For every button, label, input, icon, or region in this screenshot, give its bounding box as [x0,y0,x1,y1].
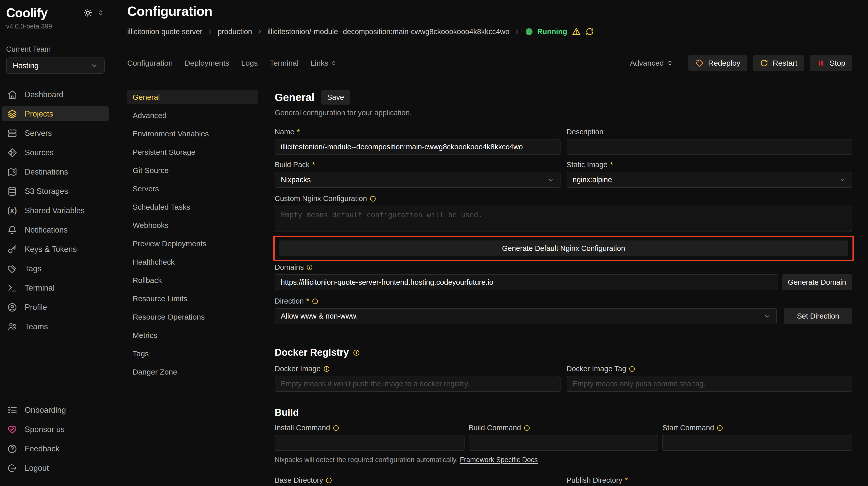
main-content: Configuration illicitonion quote server … [111,0,868,486]
chevron-right-icon [514,29,520,35]
sidebar-item-destinations[interactable]: Destinations [2,164,109,180]
sidebar-item-logout[interactable]: Logout [2,460,109,476]
sidebar-item-label: Onboarding [25,406,66,415]
sidebar-item-sponsor[interactable]: Sponsor us [2,422,109,437]
sidebar-item-onboarding[interactable]: Onboarding [2,402,109,418]
nginx-config-textarea[interactable] [275,205,852,232]
subnav-resource-operations[interactable]: Resource Operations [127,310,258,324]
subnav-metrics[interactable]: Metrics [127,328,258,342]
subnav-servers[interactable]: Servers [127,182,258,196]
stop-button[interactable]: Stop [810,55,852,71]
save-button[interactable]: Save [321,90,350,105]
install-command-field: Install Command [275,424,465,451]
layout-switcher-icon[interactable] [97,9,104,17]
tab-deployments[interactable]: Deployments [185,59,229,67]
subnav-rollback[interactable]: Rollback [127,273,258,287]
sidebar-item-sources[interactable]: Sources [2,145,109,160]
subnav-healthcheck[interactable]: Healthcheck [127,255,258,269]
user-circle-icon [7,302,18,313]
team-select[interactable]: Hosting [6,58,104,74]
breadcrumb-project[interactable]: illicitonion quote server [127,28,203,36]
warning-icon[interactable] [572,27,581,36]
sidebar-item-label: Teams [25,322,48,331]
description-input[interactable] [567,139,852,155]
general-subtitle: General configuration for your applicati… [275,109,852,117]
set-direction-button[interactable]: Set Direction [784,308,852,324]
direction-label: Direction [275,297,304,305]
subnav-git-source[interactable]: Git Source [127,163,258,177]
subnav-persistent-storage[interactable]: Persistent Storage [127,145,258,159]
sidebar-item-shared-variables[interactable]: (x) Shared Variables [2,203,109,218]
sidebar-item-terminal[interactable]: Terminal [2,281,109,295]
restart-button[interactable]: Restart [753,55,804,71]
subnav-danger-zone[interactable]: Danger Zone [127,365,258,379]
subnav-scheduled-tasks[interactable]: Scheduled Tasks [127,200,258,214]
subnav-advanced[interactable]: Advanced [127,108,258,122]
build-command-label: Build Command [469,424,521,432]
info-icon [323,366,330,372]
direction-select[interactable]: Allow www & non-www. [275,308,777,324]
subnav-tags[interactable]: Tags [127,347,258,361]
users-icon [7,321,18,332]
sidebar-item-s3-storages[interactable]: S3 Storages [2,184,109,199]
static-image-select[interactable]: nginx:alpine [567,172,852,188]
chevron-down-icon [764,313,771,320]
sidebar-item-label: Servers [25,129,52,138]
chevron-down-icon [90,62,98,69]
chevron-right-icon [256,29,263,35]
docker-image-input[interactable] [275,376,560,392]
refresh-icon[interactable] [585,27,594,36]
sidebar-item-label: Projects [25,109,53,119]
tab-configuration[interactable]: Configuration [127,59,173,67]
install-command-input[interactable] [275,435,465,451]
breadcrumb-environment[interactable]: production [218,28,252,36]
required-mark: * [306,297,309,305]
subnav-preview-deployments[interactable]: Preview Deployments [127,237,258,251]
help-circle-icon [7,444,18,454]
subnav-resource-limits[interactable]: Resource Limits [127,292,258,305]
generate-domain-button[interactable]: Generate Domain [782,274,852,290]
tab-terminal[interactable]: Terminal [270,59,299,67]
tab-links-label: Links [311,59,328,67]
toolbar: Configuration Deployments Logs Terminal … [127,55,852,71]
home-icon [7,89,18,100]
sidebar-item-dashboard[interactable]: Dashboard [2,87,109,102]
generate-nginx-config-button[interactable]: Generate Default Nginx Configuration [279,240,848,256]
build-command-input[interactable] [469,435,658,451]
build-pack-field: Build Pack * Nixpacks [275,161,560,188]
base-directory-field: Base Directory [275,476,560,486]
build-pack-value: Nixpacks [281,175,311,184]
docker-image-tag-input[interactable] [567,376,852,392]
start-command-input[interactable] [662,435,852,451]
sidebar-item-notifications[interactable]: Notifications [2,222,109,237]
sidebar-item-servers[interactable]: Servers [2,126,109,141]
subnav-webhooks[interactable]: Webhooks [127,218,258,232]
breadcrumb-resource[interactable]: illicitestonion/-module--decomposition:m… [267,28,509,36]
domains-label: Domains [275,263,304,271]
tab-links[interactable]: Links [311,59,337,67]
framework-docs-link[interactable]: Framework Specific Docs [460,456,537,464]
docker-image-tag-field: Docker Image Tag [567,365,852,392]
advanced-menu[interactable]: Advanced [630,59,673,67]
sidebar-item-profile[interactable]: Profile [2,300,109,315]
sidebar-item-projects[interactable]: Projects [2,106,109,121]
sidebar-item-keys-tokens[interactable]: Keys & Tokens [2,242,109,257]
sidebar-item-teams[interactable]: Teams [2,319,109,334]
info-icon [312,298,318,304]
tab-logs[interactable]: Logs [241,59,258,67]
redeploy-button[interactable]: Redeploy [688,55,747,71]
name-input[interactable] [275,139,560,155]
theme-toggle-sun-icon[interactable] [83,8,92,17]
sidebar-item-tags[interactable]: Tags [2,261,109,276]
key-icon [7,244,18,255]
name-field: Name * [275,128,560,155]
subnav-general[interactable]: General [127,90,258,104]
subnav-environment-variables[interactable]: Environment Variables [127,127,258,141]
status-running-link[interactable]: Running [537,28,567,36]
docker-registry-heading: Docker Registry [275,347,852,358]
build-pack-select[interactable]: Nixpacks [275,172,560,188]
sidebar-item-feedback[interactable]: Feedback [2,441,109,456]
workspace: General Advanced Environment Variables P… [127,90,852,486]
domains-input[interactable] [275,274,778,290]
info-icon [524,425,530,431]
